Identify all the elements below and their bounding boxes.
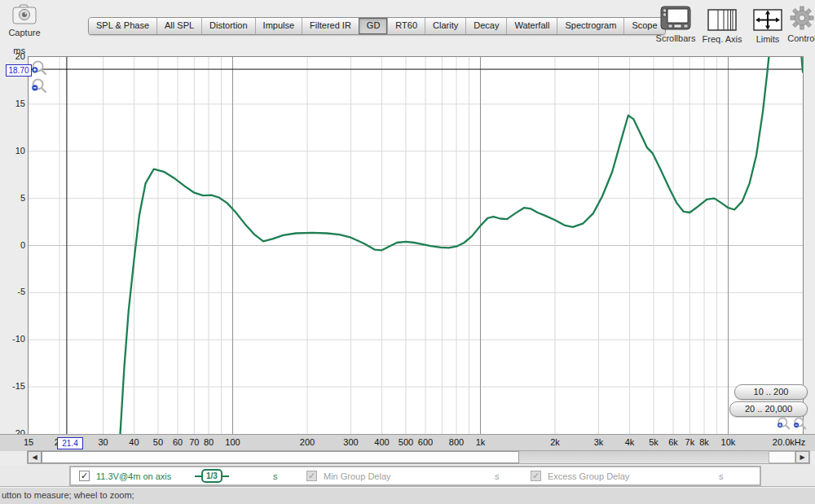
camera-icon bbox=[11, 4, 37, 25]
limits-icon bbox=[753, 9, 782, 31]
scrollbars-icon bbox=[660, 6, 691, 30]
zoom-out-x-icon[interactable] bbox=[793, 417, 808, 433]
x-tick-label: 70 bbox=[189, 437, 199, 447]
trace-unit: s bbox=[273, 471, 278, 481]
x-tick-label: 15 bbox=[24, 437, 33, 447]
excess-group-delay-unit: s bbox=[719, 471, 724, 481]
x-tick-label: 2k bbox=[550, 437, 560, 447]
status-text: utton to measure; wheel to zoom; bbox=[2, 490, 134, 500]
x-tick-label: 400 bbox=[374, 437, 389, 447]
capture-label: Capture bbox=[3, 28, 46, 37]
cursor-y-value: 18.70 bbox=[6, 64, 32, 77]
freq-axis-label: Freq. Axis bbox=[699, 34, 745, 44]
x-tick-label: 50 bbox=[153, 437, 163, 447]
min-group-delay-checkbox: ✓ bbox=[306, 471, 317, 481]
x-tick-label: 20.0kHz bbox=[773, 437, 805, 447]
tab-waterfall[interactable]: Waterfall bbox=[506, 18, 557, 34]
min-group-delay-label: Min Group Delay bbox=[324, 471, 391, 481]
scrollbar-thumb[interactable] bbox=[42, 451, 519, 463]
x-tick-label: 500 bbox=[399, 437, 413, 447]
x-tick-label: 100 bbox=[225, 437, 240, 447]
graph-tab-bar: SPL & PhaseAll SPLDistortionImpulseFilte… bbox=[88, 17, 666, 35]
scroll-right-button[interactable]: ▶ bbox=[795, 451, 809, 463]
x-tick-label: 10k bbox=[721, 437, 736, 447]
y-tick-label: -5 bbox=[0, 287, 25, 296]
group-delay-chart bbox=[29, 57, 803, 434]
tab-distortion[interactable]: Distortion bbox=[201, 18, 254, 34]
y-tick-label: 5 bbox=[0, 193, 25, 203]
y-tick-label: 10 bbox=[0, 146, 25, 156]
tab-filtered-ir[interactable]: Filtered IR bbox=[302, 18, 359, 34]
trace-label: 11.3V@4m on axis bbox=[96, 471, 171, 481]
y-tick-label: -10 bbox=[0, 334, 25, 344]
x-tick-label: 6k bbox=[668, 437, 678, 447]
trace-checkbox[interactable]: ✓ bbox=[79, 471, 90, 481]
y-tick-label: 20 bbox=[0, 51, 25, 61]
y-tick-label: -15 bbox=[0, 381, 25, 391]
scrollbars-label: Scrollbars bbox=[653, 33, 698, 43]
scrollbars-button[interactable]: Scrollbars bbox=[653, 6, 698, 43]
x-axis-strip: 15203040506070801002003004005006008001k2… bbox=[0, 434, 815, 451]
smoothing-value[interactable]: 1/3 bbox=[201, 469, 222, 483]
smoothing-control[interactable]: 1/3 bbox=[195, 470, 229, 482]
y-tick-label: 0 bbox=[0, 240, 25, 250]
plot-area[interactable] bbox=[28, 56, 804, 435]
y-tick-label: 15 bbox=[0, 99, 25, 108]
controls-label: Control bbox=[784, 33, 815, 43]
x-tick-label: 300 bbox=[343, 437, 358, 447]
x-range-button[interactable]: 20 .. 20,000 bbox=[729, 401, 808, 417]
legend-row: ✓ 11.3V@4m on axis 1/3 s ✓ Min Group Del… bbox=[0, 465, 815, 486]
x-tick-label: 1k bbox=[476, 437, 486, 447]
excess-group-delay-label: Excess Group Delay bbox=[548, 471, 629, 481]
x-tick-label: 600 bbox=[418, 437, 433, 447]
zoom-in-x-icon[interactable] bbox=[777, 417, 791, 433]
x-tick-label: 40 bbox=[129, 437, 139, 447]
tab-clarity[interactable]: Clarity bbox=[425, 18, 465, 34]
x-tick-label: 60 bbox=[173, 437, 183, 447]
freq-axis-icon bbox=[707, 9, 737, 31]
status-bar: utton to measure; wheel to zoom; bbox=[0, 486, 815, 504]
x-tick-label: 200 bbox=[300, 437, 315, 447]
scroll-left-button[interactable]: ◀ bbox=[28, 451, 42, 463]
x-tick-label: 4k bbox=[625, 437, 635, 447]
y-range-button[interactable]: 10 .. 200 bbox=[734, 384, 808, 400]
gear-icon bbox=[790, 6, 814, 30]
x-tick-label: 3k bbox=[594, 437, 604, 447]
horizontal-scrollbar[interactable]: ◀ ▶ bbox=[27, 450, 810, 464]
smoothing-line-left bbox=[195, 476, 201, 477]
x-tick-label: 8k bbox=[699, 437, 709, 447]
controls-button[interactable]: Control bbox=[784, 6, 815, 43]
x-tick-label: 800 bbox=[449, 437, 464, 447]
tab-gd[interactable]: GD bbox=[359, 18, 388, 34]
capture-button[interactable]: Capture bbox=[3, 4, 46, 37]
freq-axis-button[interactable]: Freq. Axis bbox=[699, 9, 745, 44]
tab-all-spl[interactable]: All SPL bbox=[156, 18, 201, 34]
tab-impulse[interactable]: Impulse bbox=[255, 18, 302, 34]
x-tick-label: 80 bbox=[204, 437, 214, 447]
trace-curve bbox=[800, 57, 803, 72]
x-tick-label: 5k bbox=[649, 437, 659, 447]
min-group-delay-unit: s bbox=[495, 471, 500, 481]
tab-decay[interactable]: Decay bbox=[465, 18, 506, 34]
legend-box: ✓ 11.3V@4m on axis 1/3 s ✓ Min Group Del… bbox=[69, 466, 761, 486]
x-tick-label: 7k bbox=[685, 437, 695, 447]
smoothing-line-right bbox=[222, 476, 229, 477]
excess-group-delay-checkbox: ✓ bbox=[531, 471, 541, 481]
tab-spectrogram[interactable]: Spectrogram bbox=[557, 18, 623, 34]
tab-rt60[interactable]: RT60 bbox=[387, 18, 425, 34]
tab-spl-phase[interactable]: SPL & Phase bbox=[89, 18, 156, 34]
scrollbar-filler bbox=[769, 451, 795, 463]
cursor-x-value: 21.4 bbox=[57, 437, 83, 449]
x-tick-label: 30 bbox=[98, 437, 108, 447]
